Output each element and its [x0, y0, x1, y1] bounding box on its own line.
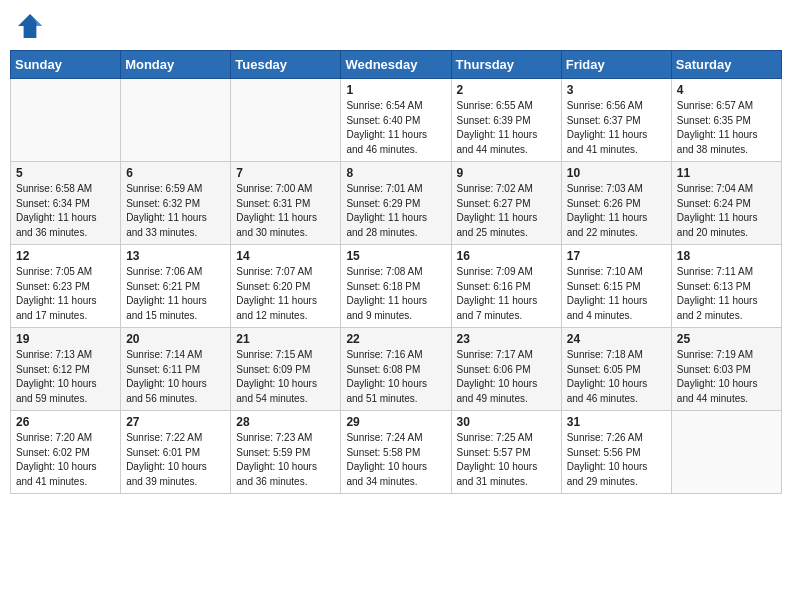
- day-info: Sunrise: 7:13 AM Sunset: 6:12 PM Dayligh…: [16, 348, 115, 406]
- calendar-day-23: 23Sunrise: 7:17 AM Sunset: 6:06 PM Dayli…: [451, 328, 561, 411]
- weekday-header-thursday: Thursday: [451, 51, 561, 79]
- calendar-day-21: 21Sunrise: 7:15 AM Sunset: 6:09 PM Dayli…: [231, 328, 341, 411]
- day-info: Sunrise: 7:00 AM Sunset: 6:31 PM Dayligh…: [236, 182, 335, 240]
- calendar-day-26: 26Sunrise: 7:20 AM Sunset: 6:02 PM Dayli…: [11, 411, 121, 494]
- day-info: Sunrise: 7:23 AM Sunset: 5:59 PM Dayligh…: [236, 431, 335, 489]
- empty-cell: [671, 411, 781, 494]
- empty-cell: [231, 79, 341, 162]
- day-number: 30: [457, 415, 556, 429]
- day-number: 5: [16, 166, 115, 180]
- day-info: Sunrise: 7:10 AM Sunset: 6:15 PM Dayligh…: [567, 265, 666, 323]
- day-info: Sunrise: 7:17 AM Sunset: 6:06 PM Dayligh…: [457, 348, 556, 406]
- day-info: Sunrise: 7:02 AM Sunset: 6:27 PM Dayligh…: [457, 182, 556, 240]
- logo: [14, 10, 50, 42]
- day-number: 19: [16, 332, 115, 346]
- logo-icon: [14, 10, 46, 42]
- calendar-day-10: 10Sunrise: 7:03 AM Sunset: 6:26 PM Dayli…: [561, 162, 671, 245]
- day-number: 27: [126, 415, 225, 429]
- calendar-day-24: 24Sunrise: 7:18 AM Sunset: 6:05 PM Dayli…: [561, 328, 671, 411]
- day-number: 3: [567, 83, 666, 97]
- day-info: Sunrise: 7:22 AM Sunset: 6:01 PM Dayligh…: [126, 431, 225, 489]
- calendar-table: SundayMondayTuesdayWednesdayThursdayFrid…: [10, 50, 782, 494]
- calendar-day-9: 9Sunrise: 7:02 AM Sunset: 6:27 PM Daylig…: [451, 162, 561, 245]
- day-number: 10: [567, 166, 666, 180]
- day-info: Sunrise: 7:16 AM Sunset: 6:08 PM Dayligh…: [346, 348, 445, 406]
- calendar-day-19: 19Sunrise: 7:13 AM Sunset: 6:12 PM Dayli…: [11, 328, 121, 411]
- day-info: Sunrise: 7:18 AM Sunset: 6:05 PM Dayligh…: [567, 348, 666, 406]
- calendar-day-25: 25Sunrise: 7:19 AM Sunset: 6:03 PM Dayli…: [671, 328, 781, 411]
- weekday-header-friday: Friday: [561, 51, 671, 79]
- day-info: Sunrise: 7:14 AM Sunset: 6:11 PM Dayligh…: [126, 348, 225, 406]
- day-number: 24: [567, 332, 666, 346]
- day-info: Sunrise: 7:08 AM Sunset: 6:18 PM Dayligh…: [346, 265, 445, 323]
- calendar-day-29: 29Sunrise: 7:24 AM Sunset: 5:58 PM Dayli…: [341, 411, 451, 494]
- calendar-day-14: 14Sunrise: 7:07 AM Sunset: 6:20 PM Dayli…: [231, 245, 341, 328]
- calendar-day-30: 30Sunrise: 7:25 AM Sunset: 5:57 PM Dayli…: [451, 411, 561, 494]
- calendar-day-31: 31Sunrise: 7:26 AM Sunset: 5:56 PM Dayli…: [561, 411, 671, 494]
- calendar-day-22: 22Sunrise: 7:16 AM Sunset: 6:08 PM Dayli…: [341, 328, 451, 411]
- day-info: Sunrise: 7:04 AM Sunset: 6:24 PM Dayligh…: [677, 182, 776, 240]
- day-info: Sunrise: 7:11 AM Sunset: 6:13 PM Dayligh…: [677, 265, 776, 323]
- calendar-day-7: 7Sunrise: 7:00 AM Sunset: 6:31 PM Daylig…: [231, 162, 341, 245]
- day-info: Sunrise: 6:58 AM Sunset: 6:34 PM Dayligh…: [16, 182, 115, 240]
- day-number: 21: [236, 332, 335, 346]
- day-number: 15: [346, 249, 445, 263]
- day-info: Sunrise: 7:25 AM Sunset: 5:57 PM Dayligh…: [457, 431, 556, 489]
- day-info: Sunrise: 7:03 AM Sunset: 6:26 PM Dayligh…: [567, 182, 666, 240]
- day-info: Sunrise: 6:56 AM Sunset: 6:37 PM Dayligh…: [567, 99, 666, 157]
- day-info: Sunrise: 6:55 AM Sunset: 6:39 PM Dayligh…: [457, 99, 556, 157]
- calendar-day-20: 20Sunrise: 7:14 AM Sunset: 6:11 PM Dayli…: [121, 328, 231, 411]
- day-info: Sunrise: 7:20 AM Sunset: 6:02 PM Dayligh…: [16, 431, 115, 489]
- day-number: 22: [346, 332, 445, 346]
- day-number: 28: [236, 415, 335, 429]
- weekday-header-monday: Monday: [121, 51, 231, 79]
- calendar-day-18: 18Sunrise: 7:11 AM Sunset: 6:13 PM Dayli…: [671, 245, 781, 328]
- calendar-day-17: 17Sunrise: 7:10 AM Sunset: 6:15 PM Dayli…: [561, 245, 671, 328]
- day-number: 31: [567, 415, 666, 429]
- day-number: 25: [677, 332, 776, 346]
- day-info: Sunrise: 6:59 AM Sunset: 6:32 PM Dayligh…: [126, 182, 225, 240]
- calendar-day-6: 6Sunrise: 6:59 AM Sunset: 6:32 PM Daylig…: [121, 162, 231, 245]
- day-info: Sunrise: 6:57 AM Sunset: 6:35 PM Dayligh…: [677, 99, 776, 157]
- day-number: 29: [346, 415, 445, 429]
- calendar-day-16: 16Sunrise: 7:09 AM Sunset: 6:16 PM Dayli…: [451, 245, 561, 328]
- day-info: Sunrise: 7:07 AM Sunset: 6:20 PM Dayligh…: [236, 265, 335, 323]
- day-info: Sunrise: 7:24 AM Sunset: 5:58 PM Dayligh…: [346, 431, 445, 489]
- calendar-day-8: 8Sunrise: 7:01 AM Sunset: 6:29 PM Daylig…: [341, 162, 451, 245]
- calendar-day-12: 12Sunrise: 7:05 AM Sunset: 6:23 PM Dayli…: [11, 245, 121, 328]
- weekday-header-tuesday: Tuesday: [231, 51, 341, 79]
- weekday-header-wednesday: Wednesday: [341, 51, 451, 79]
- day-info: Sunrise: 7:09 AM Sunset: 6:16 PM Dayligh…: [457, 265, 556, 323]
- day-number: 23: [457, 332, 556, 346]
- weekday-header-saturday: Saturday: [671, 51, 781, 79]
- calendar-day-3: 3Sunrise: 6:56 AM Sunset: 6:37 PM Daylig…: [561, 79, 671, 162]
- calendar-day-27: 27Sunrise: 7:22 AM Sunset: 6:01 PM Dayli…: [121, 411, 231, 494]
- day-number: 7: [236, 166, 335, 180]
- day-number: 12: [16, 249, 115, 263]
- calendar-week-row: 1Sunrise: 6:54 AM Sunset: 6:40 PM Daylig…: [11, 79, 782, 162]
- calendar-day-28: 28Sunrise: 7:23 AM Sunset: 5:59 PM Dayli…: [231, 411, 341, 494]
- page-header: [10, 10, 782, 42]
- calendar-day-15: 15Sunrise: 7:08 AM Sunset: 6:18 PM Dayli…: [341, 245, 451, 328]
- day-number: 13: [126, 249, 225, 263]
- calendar-week-row: 26Sunrise: 7:20 AM Sunset: 6:02 PM Dayli…: [11, 411, 782, 494]
- day-info: Sunrise: 7:15 AM Sunset: 6:09 PM Dayligh…: [236, 348, 335, 406]
- day-info: Sunrise: 7:01 AM Sunset: 6:29 PM Dayligh…: [346, 182, 445, 240]
- calendar-week-row: 19Sunrise: 7:13 AM Sunset: 6:12 PM Dayli…: [11, 328, 782, 411]
- day-info: Sunrise: 7:26 AM Sunset: 5:56 PM Dayligh…: [567, 431, 666, 489]
- day-number: 20: [126, 332, 225, 346]
- day-number: 2: [457, 83, 556, 97]
- day-number: 11: [677, 166, 776, 180]
- day-number: 14: [236, 249, 335, 263]
- calendar-day-11: 11Sunrise: 7:04 AM Sunset: 6:24 PM Dayli…: [671, 162, 781, 245]
- day-info: Sunrise: 6:54 AM Sunset: 6:40 PM Dayligh…: [346, 99, 445, 157]
- day-info: Sunrise: 7:05 AM Sunset: 6:23 PM Dayligh…: [16, 265, 115, 323]
- day-info: Sunrise: 7:06 AM Sunset: 6:21 PM Dayligh…: [126, 265, 225, 323]
- calendar-day-4: 4Sunrise: 6:57 AM Sunset: 6:35 PM Daylig…: [671, 79, 781, 162]
- day-number: 8: [346, 166, 445, 180]
- day-number: 6: [126, 166, 225, 180]
- calendar-day-1: 1Sunrise: 6:54 AM Sunset: 6:40 PM Daylig…: [341, 79, 451, 162]
- calendar-day-5: 5Sunrise: 6:58 AM Sunset: 6:34 PM Daylig…: [11, 162, 121, 245]
- calendar-week-row: 5Sunrise: 6:58 AM Sunset: 6:34 PM Daylig…: [11, 162, 782, 245]
- empty-cell: [11, 79, 121, 162]
